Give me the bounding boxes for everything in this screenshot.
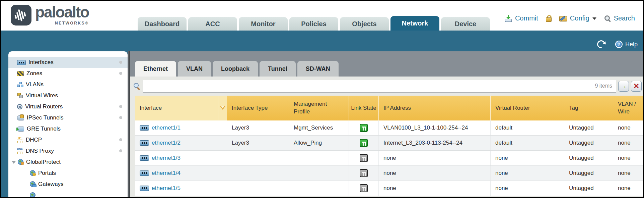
brand-subname: NETWORKS®	[35, 21, 89, 26]
tab-policies[interactable]: Policies	[289, 17, 338, 31]
filter-input[interactable]	[143, 80, 616, 93]
cell-interface: ethernet1/2	[135, 136, 227, 150]
table-row[interactable]: ethernet1/1 Layer3 Mgmt_Services VLAN010…	[135, 120, 643, 136]
tab-ethernet[interactable]: Ethernet	[135, 61, 176, 77]
tab-loopback[interactable]: Loopback	[213, 61, 258, 77]
table-row[interactable]: ethernet1/4 none none Untagged none	[135, 166, 643, 181]
sidebar-item-zones[interactable]: Zones	[8, 68, 128, 79]
sidebar-item-gateways[interactable]: Gateways	[8, 179, 128, 190]
status-dot	[119, 149, 122, 152]
green-arrow-icon: →	[621, 83, 627, 90]
column-header-ip-address[interactable]: IP Address	[379, 96, 491, 120]
column-header-vlan-wire[interactable]: VLAN / Wire	[613, 96, 643, 120]
cell-interface-type	[227, 151, 289, 165]
interface-link[interactable]: ethernet1/2	[152, 140, 181, 146]
table-row[interactable]: ethernet1/3 none none Untagged none	[135, 151, 643, 166]
table-row[interactable]: ethernet1/5 none none Untagged none	[135, 181, 643, 196]
sidebar-item-dns-proxy[interactable]: DNS Proxy	[8, 145, 128, 156]
column-header-virtual-router[interactable]: Virtual Router	[491, 96, 564, 120]
cell-management-profile: Mgmt_Services	[289, 120, 349, 135]
interface-link[interactable]: ethernet1/3	[152, 155, 181, 161]
tab-tunnel[interactable]: Tunnel	[260, 61, 296, 77]
cell-interface-type: Layer3	[227, 136, 289, 150]
expander-triangle-icon[interactable]	[12, 161, 16, 166]
sort-dropdown[interactable]	[218, 96, 227, 120]
cell-link-state	[349, 166, 379, 181]
clear-filter-button[interactable]: ✕	[631, 81, 642, 92]
cell-ip-address: none	[379, 151, 491, 165]
help-link[interactable]: Help	[625, 41, 638, 48]
cell-tag: Untagged	[564, 120, 613, 135]
sidebar-item-ipsec-tunnels[interactable]: IPSec Tunnels	[8, 112, 128, 123]
interface-link[interactable]: ethernet1/5	[152, 185, 181, 192]
config-button[interactable]: Config	[570, 14, 589, 22]
sidebar-splitter[interactable]	[128, 51, 130, 197]
lock-icon[interactable]	[546, 15, 552, 22]
sidebar-item-gre-tunnels[interactable]: GRE Tunnels	[8, 123, 128, 134]
sort-triangle-icon	[220, 106, 225, 110]
main-nav-tabs: Dashboard ACC Monitor Policies Objects N…	[138, 16, 490, 31]
refresh-icon[interactable]	[595, 39, 606, 50]
help-icon[interactable]: ?	[615, 41, 623, 48]
cell-ip-address: none	[379, 166, 491, 181]
sidebar-item-dhcp[interactable]: DHCP	[8, 134, 128, 145]
search-icon	[604, 15, 611, 22]
link-state-icon	[360, 169, 368, 177]
commit-button[interactable]: Commit	[515, 14, 538, 22]
chevron-down-icon[interactable]	[592, 17, 596, 22]
brand-name: paloalto	[35, 4, 89, 20]
portals-icon	[30, 170, 35, 176]
sidebar-item-partial[interactable]	[8, 190, 128, 197]
tab-device[interactable]: Device	[441, 17, 490, 31]
status-dot	[119, 72, 122, 75]
tab-monitor[interactable]: Monitor	[239, 17, 288, 31]
table-row[interactable]: ethernet1/2 Layer3 Allow_Ping Internet_L…	[135, 136, 643, 151]
sidebar-item-label: Portals	[38, 170, 56, 177]
tab-dashboard[interactable]: Dashboard	[138, 17, 187, 31]
tab-vlan[interactable]: VLAN	[178, 61, 211, 77]
cell-vlan-wire: none	[613, 166, 643, 181]
interface-link[interactable]: ethernet1/4	[152, 170, 181, 177]
tab-acc[interactable]: ACC	[188, 17, 237, 31]
cell-interface: ethernet1/3	[135, 151, 227, 165]
cell-tag: Untagged	[564, 151, 613, 165]
cell-interface-type: Layer3	[227, 120, 289, 135]
sidebar-item-label: GRE Tunnels	[27, 126, 61, 132]
column-header-interface-type[interactable]: Interface Type	[227, 96, 289, 120]
interface-link[interactable]: ethernet1/1	[152, 125, 181, 131]
config-icon	[559, 15, 567, 21]
cell-virtual-router: none	[491, 181, 564, 196]
column-header-link-state[interactable]: Link State	[349, 96, 379, 120]
sidebar-item-vlans[interactable]: VLANs	[8, 79, 128, 90]
sidebar-item-globalprotect[interactable]: GlobalProtect	[8, 156, 128, 167]
sidebar-item-virtual-wires[interactable]: Virtual Wires	[8, 90, 128, 101]
tab-sdwan[interactable]: SD-WAN	[297, 61, 339, 77]
tab-network[interactable]: Network	[390, 16, 439, 31]
ethernet-icon	[17, 60, 26, 65]
sidebar-item-interfaces[interactable]: Interfaces	[8, 57, 128, 68]
virtual-routers-icon	[17, 104, 22, 109]
cell-interface: ethernet1/5	[135, 181, 227, 196]
column-header-management-profile[interactable]: Management Profile	[289, 96, 349, 120]
status-dot	[119, 116, 122, 119]
tab-objects[interactable]: Objects	[340, 17, 389, 31]
firewall-webui-window: paloalto NETWORKS® Dashboard ACC Monitor…	[0, 0, 644, 198]
search-button[interactable]: Search	[614, 14, 635, 22]
column-header-tag[interactable]: Tag	[564, 96, 613, 120]
sidebar-item-virtual-routers[interactable]: Virtual Routers	[8, 101, 128, 112]
globalprotect-icon	[18, 159, 23, 165]
cell-link-state	[349, 136, 379, 150]
sidebar: Interfaces Zones VLANs Virtual Wires Vir…	[8, 51, 128, 197]
items-count: 9 items	[595, 83, 612, 89]
ipsec-tunnels-icon	[17, 115, 24, 120]
top-header: paloalto NETWORKS® Dashboard ACC Monitor…	[1, 1, 643, 31]
cell-tag: Untagged	[564, 181, 613, 196]
sidebar-item-label: DHCP	[26, 137, 42, 143]
paloalto-logo-icon	[10, 4, 32, 26]
zones-icon	[17, 71, 24, 76]
table-header: Interface Interface Type Management Prof…	[135, 96, 643, 120]
apply-filter-button[interactable]: →	[618, 81, 629, 92]
column-header-interface[interactable]: Interface	[135, 96, 218, 120]
brand-logo: paloalto NETWORKS®	[10, 4, 89, 26]
sidebar-item-portals[interactable]: Portals	[8, 167, 128, 179]
